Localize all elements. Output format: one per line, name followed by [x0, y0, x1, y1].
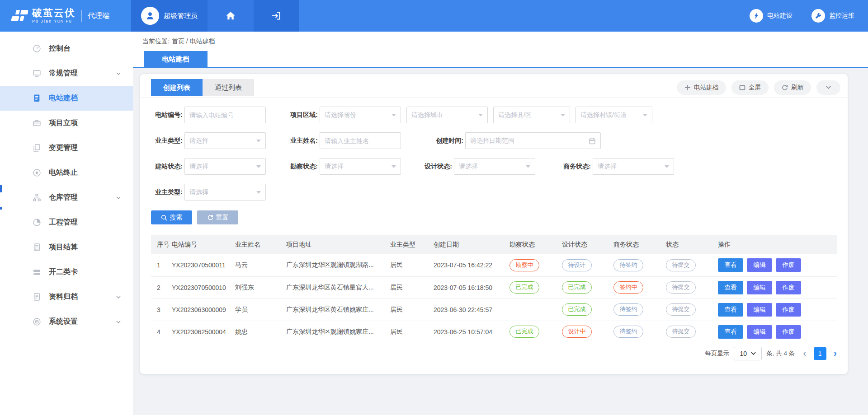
sidebar-item-project-initiation[interactable]: 项目立项	[0, 111, 133, 135]
col-business: 商务状态	[613, 235, 666, 254]
survey-status-select[interactable]: 请选择	[320, 158, 401, 175]
edit-button[interactable]: 编辑	[747, 303, 772, 317]
town-select[interactable]: 请选择村镇/街道	[576, 107, 652, 123]
view-button[interactable]: 查看	[718, 325, 743, 339]
chevron-down-icon	[116, 294, 121, 300]
design-status-select[interactable]: 请选择	[454, 158, 535, 175]
filter-label-design-status: 设计状态:	[420, 163, 452, 171]
monitor-icon	[33, 69, 42, 78]
sidebar-item-general-mgmt[interactable]: 常规管理	[0, 61, 133, 86]
caret-down-icon	[478, 114, 483, 117]
tab-create-list[interactable]: 创建列表	[151, 79, 203, 96]
view-button[interactable]: 查看	[718, 303, 743, 317]
user-name: 超级管理员	[164, 12, 198, 20]
business-status-badge: 待签约	[613, 303, 643, 316]
home-button[interactable]	[208, 0, 254, 32]
plus-icon	[684, 84, 691, 91]
col-address: 项目地址	[286, 235, 390, 254]
logout-button[interactable]	[254, 0, 299, 32]
main-content: 当前位置: 首页 / 电站建档 电站建档 创建列表 通过列表	[133, 32, 868, 415]
home-icon	[226, 11, 236, 21]
archive-icon	[33, 293, 42, 302]
table-row: 1 YX2023070500011 马云 广东深圳龙华区观澜镇观湖路... 居民…	[151, 254, 837, 276]
sidebar-item-station-terminate[interactable]: 电站终止	[0, 160, 133, 185]
collapse-toolbar-button[interactable]	[816, 80, 840, 95]
chevron-down-icon	[116, 319, 121, 325]
filter-label-owner-type-2: 业主类型:	[151, 188, 183, 196]
page-number-button[interactable]: 1	[814, 347, 826, 360]
sidebar-scrollbar[interactable]	[0, 207, 2, 210]
add-station-button[interactable]: 电站建档	[677, 80, 726, 95]
breadcrumb-label: 当前位置:	[142, 37, 170, 46]
owner-name-input[interactable]	[320, 132, 401, 149]
edit-button[interactable]: 编辑	[747, 281, 772, 294]
void-button[interactable]: 作废	[776, 281, 801, 294]
sidebar-item-system-settings[interactable]: 系统设置	[0, 309, 133, 334]
settings-icon	[33, 317, 42, 326]
owner-type-select-2[interactable]: 请选择	[184, 184, 266, 201]
caret-down-icon	[643, 114, 647, 117]
station-no-input[interactable]	[184, 107, 266, 123]
province-select[interactable]: 请选择省份	[320, 107, 401, 123]
col-type: 业主类型	[390, 235, 434, 254]
nav-station-build[interactable]: 电站建设	[750, 9, 793, 23]
sidebar-item-change-mgmt[interactable]: 变更管理	[0, 135, 133, 160]
fullscreen-button[interactable]: 全屏	[731, 80, 769, 95]
county-select[interactable]: 请选择县/区	[493, 107, 570, 123]
void-button[interactable]: 作废	[776, 258, 801, 272]
pie-chart-icon	[33, 218, 42, 227]
chevron-down-icon	[751, 352, 756, 355]
avatar	[141, 7, 159, 25]
chevron-down-icon	[116, 71, 121, 76]
nav-station-build-label: 电站建设	[767, 12, 793, 20]
refresh-button[interactable]: 刷新	[774, 80, 811, 95]
col-owner: 业主姓名	[235, 235, 286, 254]
void-button[interactable]: 作废	[776, 325, 801, 339]
sidebar-scrollbar[interactable]	[0, 185, 2, 192]
edit-button[interactable]: 编辑	[747, 258, 772, 272]
search-icon	[161, 214, 167, 221]
refresh-icon	[782, 84, 788, 91]
card-toolbar: 电站建档 全屏	[677, 80, 840, 95]
view-button[interactable]: 查看	[718, 258, 743, 272]
sidebar-item-warehouse-mgmt[interactable]: 仓库管理	[0, 185, 133, 210]
owner-type-select[interactable]: 请选择	[184, 132, 266, 149]
user-menu[interactable]: 超级管理员	[131, 0, 208, 32]
sidebar-item-engineering-mgmt[interactable]: 工程管理	[0, 210, 133, 235]
nav-monitor-ops[interactable]: 监控运维	[811, 9, 854, 23]
status-badge: 待提交	[666, 259, 696, 271]
next-page-button[interactable]: ›	[834, 349, 837, 359]
tab-passed-list[interactable]: 通过列表	[203, 79, 254, 96]
brand-area: 破茧云伏 Po Jian Yun Fu 代理端	[0, 0, 131, 32]
view-button[interactable]: 查看	[718, 281, 743, 294]
per-page-label: 每页显示	[705, 350, 729, 358]
reset-button[interactable]: 重置	[197, 210, 238, 224]
business-status-select[interactable]: 请选择	[593, 158, 674, 175]
page-size-select[interactable]: 10	[734, 347, 762, 360]
dashboard-icon	[33, 44, 42, 53]
edit-button[interactable]: 编辑	[747, 325, 772, 339]
sidebar-item-console[interactable]: 控制台	[0, 36, 133, 61]
date-range-picker[interactable]: 请选择日期范围	[465, 132, 601, 149]
list-tabs: 创建列表 通过列表	[151, 79, 254, 96]
business-status-badge: 待签约	[613, 259, 643, 271]
sidebar-item-project-settlement[interactable]: 项目结算	[0, 235, 133, 260]
prev-page-button[interactable]: ‹	[803, 349, 806, 359]
user-icon	[145, 11, 155, 21]
breadcrumb-path[interactable]: 首页 / 电站建档	[172, 37, 215, 46]
brand-logo-icon	[7, 7, 28, 25]
filter-label-survey-status: 勘察状态:	[286, 163, 318, 171]
document-icon	[33, 94, 42, 103]
sidebar-item-type2-card[interactable]: 开二类卡	[0, 260, 133, 284]
void-button[interactable]: 作废	[776, 303, 801, 317]
app-root: 破茧云伏 Po Jian Yun Fu 代理端 超级管理员	[0, 0, 868, 415]
page-tab-station-archive[interactable]: 电站建档	[144, 51, 208, 67]
build-status-select[interactable]: 请选择	[184, 158, 266, 175]
reset-icon	[207, 214, 213, 221]
city-select[interactable]: 请选择城市	[406, 107, 488, 123]
survey-status-badge: 勘察中	[509, 259, 539, 271]
sidebar-item-data-archive[interactable]: 资料归档	[0, 284, 133, 309]
sidebar-item-station-archive[interactable]: 电站建档	[0, 86, 133, 111]
search-button[interactable]: 搜索	[151, 210, 192, 224]
sidebar: 控制台 常规管理 电站建档	[0, 32, 133, 415]
